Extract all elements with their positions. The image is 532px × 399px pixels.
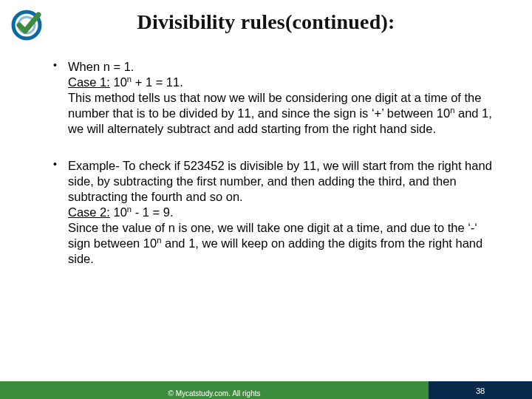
bullet-lead: When n = 1. [68, 60, 134, 73]
slide-title: Divisibility rules(continued): [0, 10, 532, 34]
case-label: Case 1: [68, 75, 110, 89]
case-expression: 10n + 1 = 11. [113, 75, 183, 89]
slide-body: When n = 1. Case 1: 10n + 1 = 11. This m… [50, 59, 494, 287]
page-number: 38 [429, 386, 532, 395]
slide: Divisibility rules(continued): When n = … [0, 0, 532, 399]
footer-bar: © Mycatstudy.com. All rights 38 [0, 381, 532, 399]
bullet-lead: Example- To check if 523452 is divisible… [68, 159, 492, 203]
bullet-rest: This method tells us that now we will be… [68, 91, 492, 135]
copyright-text: © Mycatstudy.com. All rights [0, 389, 429, 398]
case-expression: 10n - 1 = 9. [113, 205, 173, 219]
bullet-item: When n = 1. Case 1: 10n + 1 = 11. This m… [50, 59, 494, 137]
bullet-rest: Since the value of n is one, we will tak… [68, 221, 482, 265]
bullet-item: Example- To check if 523452 is divisible… [50, 158, 494, 267]
case-label: Case 2: [68, 205, 110, 219]
